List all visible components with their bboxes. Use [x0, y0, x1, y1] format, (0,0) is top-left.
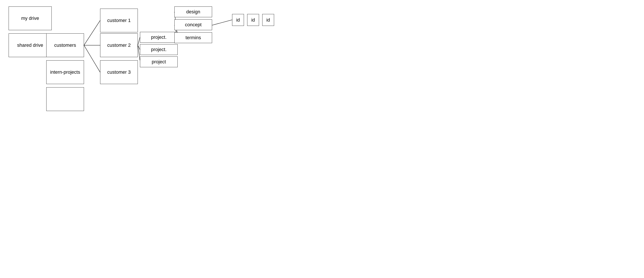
id2-node: id: [247, 14, 259, 26]
intern-projects-node: intern-projects: [46, 60, 84, 84]
svg-line-10: [212, 20, 232, 25]
customers-node: customers: [46, 33, 84, 57]
svg-line-3: [84, 45, 100, 72]
customer1-node: customer 1: [100, 9, 138, 32]
connections-svg: [0, 0, 644, 278]
svg-line-1: [84, 21, 100, 45]
diagram-container: my drive shared drive customers intern-p…: [0, 0, 644, 278]
termins-node: termins: [174, 32, 212, 43]
svg-line-4: [138, 37, 140, 45]
id3-node: id: [262, 14, 274, 26]
concept-node: concept: [174, 20, 212, 30]
project1-node: project.: [140, 32, 178, 43]
customer2-node: customer 2: [100, 33, 138, 57]
id1-node: id: [232, 14, 244, 26]
project2-node: project.: [140, 44, 178, 55]
customer3-node: customer 3: [100, 60, 138, 84]
svg-line-6: [138, 45, 140, 60]
my-drive-node: my drive: [8, 7, 52, 30]
empty-box-node: [46, 87, 84, 111]
design-node: design: [174, 7, 212, 17]
project3-node: project: [140, 57, 178, 67]
shared-drive-node: shared drive: [8, 33, 52, 57]
svg-line-5: [138, 45, 140, 50]
